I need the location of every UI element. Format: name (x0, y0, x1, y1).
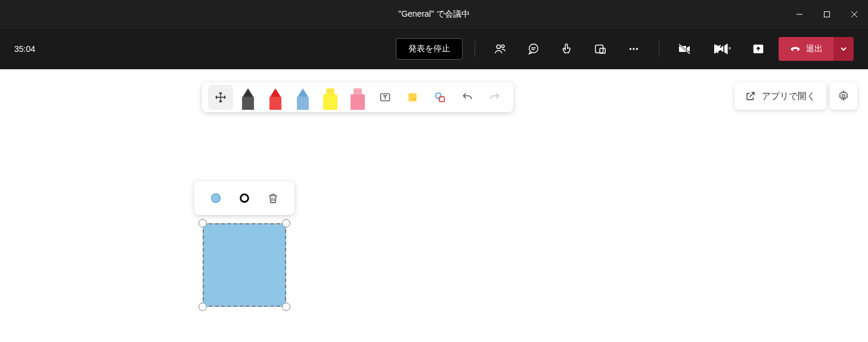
resize-handle-tr[interactable] (282, 219, 290, 227)
redo-tool[interactable] (482, 85, 507, 110)
pen-blue-tool[interactable] (290, 85, 315, 110)
selected-shape[interactable] (199, 219, 290, 311)
undo-icon (461, 91, 473, 103)
share-icon[interactable] (745, 36, 771, 62)
svg-point-24 (212, 194, 221, 203)
pen-blue-icon (296, 88, 309, 110)
window-title: "General" で会議中 (398, 9, 470, 20)
resize-handle-tl[interactable] (199, 219, 207, 227)
svg-point-12 (633, 48, 634, 50)
open-in-app-label: アプリで開く (762, 91, 816, 102)
resize-handle-bl[interactable] (199, 303, 207, 311)
svg-point-5 (501, 45, 504, 48)
fill-circle-icon (209, 192, 222, 205)
reactions-icon[interactable] (554, 36, 580, 62)
trash-icon (267, 192, 279, 204)
shapes-tool[interactable] (427, 85, 452, 110)
textbox-tool[interactable] (373, 85, 398, 110)
pen-red-tool[interactable] (263, 85, 288, 110)
svg-rect-1 (824, 12, 830, 17)
textbox-icon (379, 91, 391, 103)
svg-point-6 (529, 44, 538, 53)
leave-button[interactable]: 退出 (779, 37, 833, 61)
meeting-timer: 35:04 (14, 44, 35, 54)
drawing-toolbar (202, 82, 513, 112)
svg-point-11 (630, 48, 631, 50)
open-in-app-button[interactable]: アプリで開く (734, 82, 826, 110)
resize-handle-br[interactable] (282, 303, 290, 311)
pen-red-icon (269, 88, 282, 110)
close-button[interactable] (841, 0, 868, 29)
shapes-icon (433, 91, 447, 104)
rooms-icon[interactable] (587, 36, 613, 62)
outline-circle-icon (238, 192, 251, 205)
svg-text:×: × (728, 45, 731, 51)
meeting-toolbar: 35:04 発表を停止 × × 退出 (0, 29, 868, 69)
gear-icon (838, 90, 850, 102)
minimize-button[interactable] (786, 0, 813, 29)
external-link-icon (745, 91, 756, 101)
pen-black-tool[interactable] (235, 85, 261, 110)
more-icon[interactable] (621, 36, 647, 62)
stop-presenting-button[interactable]: 発表を停止 (396, 38, 463, 60)
delete-shape-button[interactable] (261, 186, 285, 210)
leave-caret[interactable] (833, 37, 854, 61)
highlighter-pink-icon (350, 88, 365, 110)
settings-button[interactable] (830, 82, 857, 110)
move-tool[interactable] (208, 85, 233, 110)
window-controls (786, 0, 868, 29)
svg-point-4 (497, 45, 500, 48)
maximize-button[interactable] (813, 0, 841, 29)
note-tool[interactable] (400, 85, 425, 110)
leave-label: 退出 (806, 44, 823, 54)
move-icon (215, 91, 227, 103)
highlighter-yellow-icon (323, 88, 338, 110)
fill-color-button[interactable] (204, 186, 228, 210)
highlighter-pink-tool[interactable] (345, 85, 370, 110)
chat-icon[interactable] (520, 36, 547, 62)
undo-tool[interactable] (455, 85, 480, 110)
rectangle-shape[interactable] (203, 223, 286, 307)
svg-point-23 (842, 95, 845, 98)
svg-rect-20 (408, 93, 416, 101)
outline-button[interactable] (232, 186, 256, 210)
svg-rect-9 (596, 45, 603, 53)
svg-point-25 (241, 195, 249, 202)
redo-icon (489, 91, 501, 103)
hangup-icon (789, 43, 801, 55)
whiteboard-canvas[interactable]: アプリで開く (0, 69, 868, 342)
camera-off-icon[interactable] (671, 36, 698, 62)
title-bar: "General" で会議中 (0, 0, 868, 29)
pen-black-icon (241, 88, 255, 110)
note-icon (407, 91, 418, 103)
highlighter-yellow-tool[interactable] (318, 85, 343, 110)
leave-group: 退出 (779, 37, 854, 61)
svg-point-21 (436, 93, 441, 98)
shape-context-toolbar (194, 181, 294, 215)
svg-point-13 (636, 48, 638, 50)
people-icon[interactable] (487, 36, 513, 62)
